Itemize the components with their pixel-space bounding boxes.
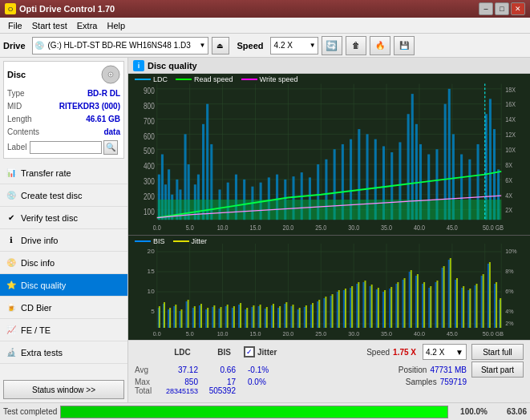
svg-rect-214 [371,285,373,328]
svg-rect-226 [450,258,451,328]
svg-rect-204 [305,305,307,328]
svg-rect-222 [423,282,425,328]
menu-start-test[interactable]: Start test [27,19,72,32]
svg-text:14X: 14X [505,116,516,124]
svg-text:700: 700 [144,117,155,126]
svg-rect-209 [338,290,340,328]
svg-rect-193 [233,306,235,328]
svg-rect-196 [253,305,254,328]
svg-text:35.0: 35.0 [381,224,392,232]
length-value: 46.61 GB [86,113,120,126]
start-full-button[interactable]: Start full [471,344,524,360]
nav-extra-tests[interactable]: 🔬 Extra tests [0,341,127,364]
svg-rect-217 [390,287,392,328]
transfer-rate-icon: 📊 [5,167,18,180]
nav-cd-bier[interactable]: 🍺 CD Bier [0,297,127,319]
svg-rect-212 [358,282,359,328]
nav-fe-te[interactable]: 📈 FE / TE [0,319,127,341]
svg-text:600: 600 [144,132,155,141]
menu-help[interactable]: Help [102,19,130,32]
samples-label: Samples [406,378,437,386]
svg-rect-231 [483,274,484,328]
app-icon: O [5,3,16,14]
legend-ldc: LDC [153,75,168,83]
title-bar: O Opti Drive Control 1.70 – □ ✕ [0,0,530,18]
svg-rect-187 [194,306,196,328]
erase-button[interactable]: 🗑 [346,36,366,55]
speed-dropdown[interactable]: 4.2 X ▼ [423,344,467,360]
svg-text:25.0: 25.0 [315,224,326,232]
max-label: Max [135,378,159,386]
svg-text:40.0: 40.0 [414,224,425,232]
nav-disc-quality[interactable]: ⭐ Disc quality [0,274,127,297]
start-part-button[interactable]: Start part [471,361,524,378]
svg-rect-191 [220,307,222,328]
chart-area: LDC Read speed Write speed [128,74,530,340]
status-window-button[interactable]: Status window >> [3,380,124,399]
svg-text:800: 800 [144,102,155,111]
length-label: Length [7,113,32,126]
bottom-chart-svg: 20 15 10 5 10% 8% 6% 4% 2% 0.0 5.0 10.0 [128,236,530,340]
nav-transfer-rate[interactable]: 📊 Transfer rate [0,162,127,184]
svg-text:900: 900 [144,87,155,95]
jitter-checkbox[interactable]: ✓ [244,346,255,357]
mid-value: RITEKDR3 (000) [59,100,120,113]
close-button[interactable]: ✕ [511,2,525,15]
nav-create-test-disc[interactable]: 💿 Create test disc [0,184,127,207]
disc-panel-title: Disc [7,70,26,79]
position-value: 47731 MB [430,365,467,374]
bis-header: BIS [206,348,242,357]
svg-rect-200 [279,306,281,328]
main-content: Disc Type BD-R DL MID RITEKDR3 (000) Len [0,58,530,402]
nav-verify-test-disc[interactable]: ✔ Verify test disc [0,207,127,229]
ldc-header: LDC [160,348,204,357]
nav-disc-info[interactable]: 📀 Disc info [0,252,127,274]
legend-jitter: Jitter [192,237,208,245]
nav-drive-info[interactable]: ℹ Drive info [0,229,127,252]
svg-rect-225 [443,266,445,328]
speed-stat-label: Speed [366,348,390,357]
svg-rect-228 [463,286,464,328]
svg-rect-185 [180,309,182,328]
verify-test-disc-icon: ✔ [5,212,18,224]
eject-button[interactable]: ⏏ [212,37,229,55]
svg-text:35.0: 35.0 [381,331,392,337]
maximize-button[interactable]: □ [495,2,509,15]
top-chart: LDC Read speed Write speed [128,74,530,236]
total-bis: 505392 [206,386,242,395]
svg-rect-220 [411,270,412,328]
stats-bar: LDC BIS ✓ Jitter Speed 1.75 X 4.2 X ▼ St… [128,340,530,402]
svg-text:400: 400 [144,163,155,172]
svg-text:10%: 10% [505,248,517,254]
jitter-header: Jitter [257,348,277,357]
disc-icon [101,65,120,84]
menu-file[interactable]: File [3,19,27,32]
progress-bar-fill [61,406,447,418]
menu-extra[interactable]: Extra [72,19,103,32]
status-text: Test completed [3,407,57,416]
nav-create-test-disc-label: Create test disc [21,191,82,200]
sidebar: Disc Type BD-R DL MID RITEKDR3 (000) Len [0,58,128,402]
refresh-button[interactable]: 🔄 [322,36,342,55]
svg-text:0.0: 0.0 [153,224,161,232]
svg-rect-201 [285,302,287,328]
svg-text:12X: 12X [505,131,516,139]
svg-point-2 [110,74,112,76]
svg-text:500: 500 [144,147,155,156]
drive-select-container[interactable]: 💿 (G:) HL-DT-ST BD-RE WH16NS48 1.D3 ▼ [32,37,208,55]
burn-button[interactable]: 🔥 [370,36,390,55]
svg-rect-232 [489,262,491,328]
save-button[interactable]: 💾 [394,36,415,55]
svg-rect-208 [332,294,334,328]
type-value: BD-R DL [87,87,120,100]
avg-label: Avg [135,365,159,374]
minimize-button[interactable]: – [479,2,493,15]
svg-rect-219 [404,278,406,328]
nav-cd-bier-label: CD Bier [21,303,52,313]
nav-verify-test-disc-label: Verify test disc [21,213,78,223]
svg-rect-203 [299,308,301,328]
label-input[interactable] [30,141,102,154]
svg-rect-198 [266,307,268,328]
label-set-button[interactable]: 🔍 [103,140,118,155]
speed-select[interactable]: 4.2 X ▼ [270,37,318,55]
